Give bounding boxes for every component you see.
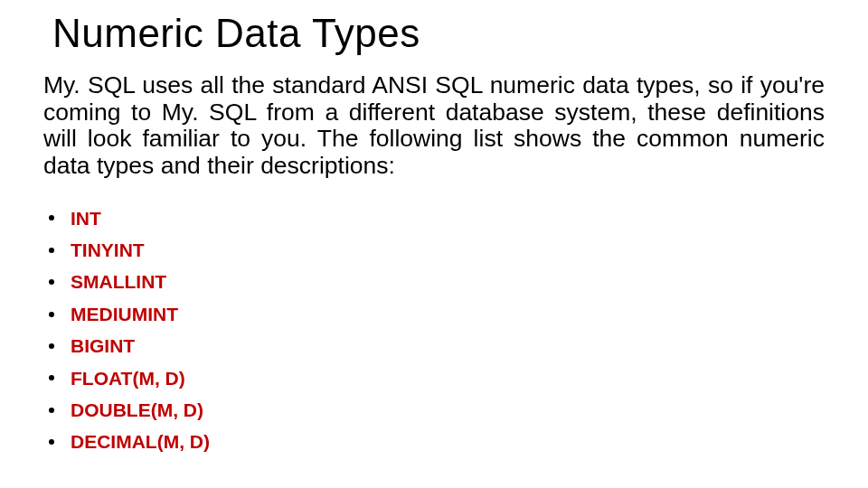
type-label: BIGINT xyxy=(71,333,135,359)
bullet-icon xyxy=(49,439,54,445)
type-label: TINYINT xyxy=(71,237,145,263)
type-label: FLOAT(M, D) xyxy=(71,365,185,391)
list-item: FLOAT(M, D) xyxy=(49,365,825,391)
bullet-icon xyxy=(49,312,54,317)
type-label: INT xyxy=(71,205,101,231)
type-label: MEDIUMINT xyxy=(71,301,178,327)
bullet-icon xyxy=(49,343,54,349)
type-label: DECIMAL(M, D) xyxy=(71,428,210,455)
bullet-icon xyxy=(49,248,54,253)
slide-title: Numeric Data Types xyxy=(52,11,825,56)
list-item: DOUBLE(M, D) xyxy=(49,397,825,423)
slide: Numeric Data Types My. SQL uses all the … xyxy=(0,0,868,488)
list-item: SMALLINT xyxy=(49,268,825,295)
type-label: DOUBLE(M, D) xyxy=(71,397,203,423)
bullet-icon xyxy=(49,215,54,221)
list-item: BIGINT xyxy=(49,333,825,359)
list-item: TINYINT xyxy=(49,237,825,263)
data-types-list: INT TINYINT SMALLINT MEDIUMINT BIGINT FL… xyxy=(49,205,825,455)
bullet-icon xyxy=(49,279,54,285)
intro-paragraph: My. SQL uses all the standard ANSI SQL n… xyxy=(43,72,825,180)
list-item: INT xyxy=(49,205,825,231)
bullet-icon xyxy=(49,375,54,380)
bullet-icon xyxy=(49,408,54,413)
type-label: SMALLINT xyxy=(71,268,166,295)
list-item: MEDIUMINT xyxy=(49,301,825,327)
list-item: DECIMAL(M, D) xyxy=(49,428,825,455)
